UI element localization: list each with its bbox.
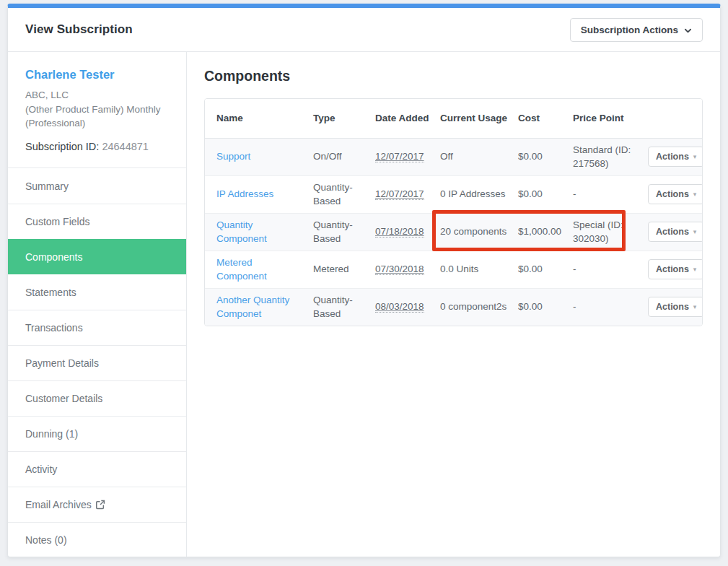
component-name-link[interactable]: Support (216, 151, 250, 162)
component-type: Quantity-Based (313, 213, 375, 251)
caret-down-icon: ▾ (693, 266, 697, 273)
subscription-actions-button[interactable]: Subscription Actions (570, 18, 703, 42)
cost: $0.00 (518, 251, 573, 288)
components-table-container: Name Type Date Added Current Usage Cost … (204, 98, 703, 326)
cost: $0.00 (518, 175, 573, 213)
current-usage: 0 component2s (440, 288, 518, 326)
sidebar-item-transactions[interactable]: Transactions (8, 310, 186, 345)
caret-down-icon: ▾ (693, 304, 697, 310)
price-point: - (573, 175, 648, 213)
column-header-type: Type (313, 99, 375, 138)
column-header-date-added: Date Added (375, 99, 440, 138)
price-point: - (573, 251, 648, 288)
date-added[interactable]: 12/07/2017 (375, 151, 424, 162)
current-usage: 20 components (440, 213, 518, 251)
sidebar-item-statements[interactable]: Statements (8, 274, 186, 310)
component-type: Metered (313, 251, 375, 288)
column-header-price-point: Price Point (573, 99, 648, 138)
column-header-current-usage: Current Usage (440, 99, 518, 138)
actions-button[interactable]: Actions▾ (648, 259, 703, 279)
table-row: Metered Component Metered 07/30/2018 0.0… (205, 251, 702, 288)
column-header-name: Name (205, 99, 313, 138)
caret-down-icon: ▾ (693, 191, 697, 198)
current-usage: 0 IP Addresses (440, 175, 518, 213)
actions-button[interactable]: Actions▾ (648, 297, 703, 317)
caret-down-icon: ▾ (693, 229, 697, 235)
sidebar-item-summary[interactable]: Summary (8, 168, 186, 204)
column-header-actions (648, 99, 702, 138)
components-heading: Components (204, 68, 703, 84)
external-link-icon (95, 500, 105, 512)
current-usage: 0.0 Units (440, 251, 518, 288)
customer-company: ABC, LLC (25, 88, 169, 103)
cost: $1,000.00 (518, 213, 573, 251)
customer-product-line1: (Other Product Family) Monthly (25, 103, 169, 117)
card-header: View Subscription Subscription Actions (8, 8, 720, 52)
customer-summary: Charlene Tester ABC, LLC (Other Product … (8, 52, 186, 152)
subscription-actions-label: Subscription Actions (581, 25, 678, 35)
caret-down-icon: ▾ (693, 154, 697, 160)
subscription-id: Subscription ID: 24644871 (25, 141, 169, 152)
table-header-row: Name Type Date Added Current Usage Cost … (205, 99, 702, 138)
sidebar: Charlene Tester ABC, LLC (Other Product … (8, 52, 187, 557)
subscription-id-value: 24644871 (102, 141, 149, 152)
actions-button[interactable]: Actions▾ (648, 222, 703, 242)
sidebar-item-components[interactable]: Components (8, 239, 186, 274)
component-name-link[interactable]: Another Quantity Componet (216, 295, 289, 320)
table-row: Support On/Off 12/07/2017 Off $0.00 Stan… (205, 138, 702, 175)
card-body: Charlene Tester ABC, LLC (Other Product … (8, 52, 720, 557)
sidebar-nav: Summary Custom Fields Components Stateme… (8, 167, 186, 557)
table-row-highlighted: Quantity Component Quantity-Based 07/18/… (205, 213, 702, 251)
column-header-cost: Cost (518, 99, 573, 138)
actions-button[interactable]: Actions▾ (648, 147, 703, 167)
sidebar-item-notes[interactable]: Notes (0) (8, 522, 186, 557)
customer-name-link[interactable]: Charlene Tester (25, 68, 115, 82)
current-usage: Off (440, 138, 518, 175)
view-subscription-card: View Subscription Subscription Actions C… (7, 4, 721, 557)
sidebar-item-custom-fields[interactable]: Custom Fields (8, 204, 186, 239)
price-point: Standard (ID: 217568) (573, 138, 648, 175)
actions-button[interactable]: Actions▾ (648, 184, 703, 204)
page-title: View Subscription (25, 22, 133, 37)
date-added[interactable]: 07/30/2018 (375, 264, 424, 275)
sidebar-item-customer-details[interactable]: Customer Details (8, 380, 186, 416)
cost: $0.00 (518, 288, 573, 326)
price-point: - (573, 288, 648, 326)
email-archives-label: Email Archives (25, 499, 92, 510)
sidebar-item-payment-details[interactable]: Payment Details (8, 345, 186, 380)
table-row: Another Quantity Componet Quantity-Based… (205, 288, 702, 326)
sidebar-item-email-archives[interactable]: Email Archives (8, 487, 186, 522)
component-type: On/Off (313, 138, 375, 175)
sidebar-item-dunning[interactable]: Dunning (1) (8, 416, 186, 451)
chevron-down-icon (684, 26, 692, 34)
date-added[interactable]: 07/18/2018 (375, 226, 424, 238)
date-added[interactable]: 08/03/2018 (375, 301, 424, 313)
sidebar-item-activity[interactable]: Activity (8, 451, 186, 487)
subscription-id-label: Subscription ID: (25, 141, 99, 152)
component-name-link[interactable]: Quantity Component (216, 219, 267, 245)
component-name-link[interactable]: IP Addresses (216, 188, 273, 199)
price-point: Special (ID: 302030) (573, 213, 648, 251)
customer-product-line2: (Professional) (25, 116, 169, 131)
component-name-link[interactable]: Metered Component (216, 257, 267, 282)
table-row: IP Addresses Quantity-Based 12/07/2017 0… (205, 175, 702, 213)
component-type: Quantity-Based (313, 288, 375, 326)
cost: $0.00 (518, 138, 573, 175)
date-added[interactable]: 12/07/2017 (375, 188, 424, 200)
component-type: Quantity-Based (313, 175, 375, 213)
components-table: Name Type Date Added Current Usage Cost … (205, 99, 702, 326)
main-content: Components Name Type Date Added Current … (187, 52, 720, 557)
